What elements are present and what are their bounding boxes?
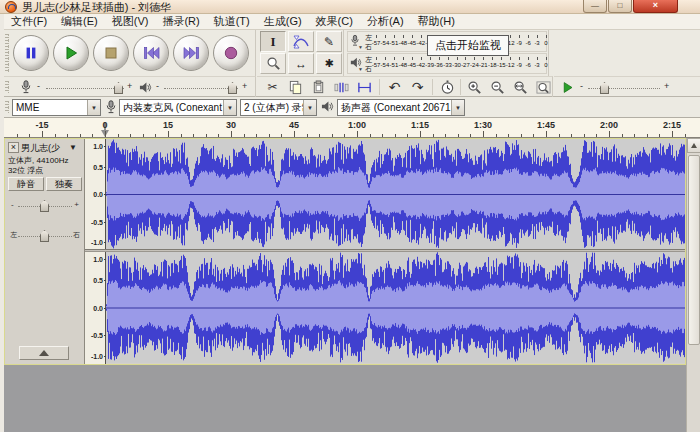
play-button[interactable] (53, 35, 89, 71)
audio-host-select[interactable]: MME ▼ (12, 99, 101, 116)
toolbar-grip[interactable] (5, 34, 9, 72)
fit-selection-button[interactable] (510, 78, 531, 96)
ruler-tick (634, 134, 635, 137)
output-volume-slider[interactable] (164, 88, 238, 89)
meter-tick (394, 35, 395, 38)
meter-tick (403, 35, 404, 38)
toolbar-separator (460, 79, 461, 95)
ruler-tick (672, 131, 673, 137)
skip-to-start-button[interactable] (133, 35, 169, 71)
undo-button[interactable]: ↶ (384, 78, 405, 96)
menu-item-6[interactable]: 效果(C) (309, 14, 360, 29)
ruler-tick (269, 134, 270, 137)
skip-end-icon (183, 45, 200, 61)
title-bar[interactable]: 男儿志(少林足球插曲) - 刘德华 — □ × (0, 0, 700, 14)
toolbar-grip[interactable] (5, 81, 9, 93)
timeline-ruler[interactable]: -1501530451:001:151:301:452:002:15 (4, 118, 700, 138)
pan-slider-thumb[interactable] (40, 230, 49, 242)
input-volume-slider[interactable] (46, 88, 124, 89)
ruler-label: 1:30 (474, 120, 492, 130)
envelope-tool-button[interactable] (288, 31, 314, 52)
zoom-tool-button[interactable] (260, 53, 286, 74)
menu-item-0[interactable]: 文件(F) (4, 14, 54, 29)
track-collapse-button[interactable] (19, 346, 69, 360)
meter-tick (376, 35, 377, 38)
menu-item-7[interactable]: 分析(A) (360, 14, 411, 29)
ruler-tick (521, 134, 522, 137)
speed-thumb[interactable] (600, 82, 609, 94)
cut-button[interactable]: ✂ (262, 78, 283, 96)
playback-meter[interactable]: ▼ 左右 -57-54-51-48-45-42-39-36-33-30-27-2… (347, 53, 547, 74)
stop-button[interactable] (93, 35, 129, 71)
input-channels-select[interactable]: 2 (立体声) 录制 ▼ (240, 99, 317, 116)
meter-tick (394, 57, 395, 60)
amp-label: 1.0 (93, 256, 103, 263)
input-volume-thumb[interactable] (114, 82, 123, 94)
transport-toolbar (4, 30, 256, 76)
track-format-line2: 32位 浮点 (8, 165, 43, 176)
track-menu-dropdown-icon[interactable]: ▼ (69, 143, 77, 152)
menu-item-5[interactable]: 生成(G) (257, 14, 309, 29)
gain-slider-thumb[interactable] (40, 200, 49, 212)
ruler-tick (370, 134, 371, 137)
paste-button[interactable] (308, 78, 329, 96)
ruler-tick (395, 134, 396, 137)
window-title: 男儿志(少林足球插曲) - 刘德华 (22, 0, 171, 14)
ruler-tick (105, 131, 106, 137)
meter-tick (421, 57, 422, 60)
ruler-tick (206, 134, 207, 137)
minimize-button[interactable]: — (583, 0, 607, 13)
ruler-tick (294, 131, 295, 137)
selection-tool-button[interactable]: I (260, 31, 286, 52)
output-volume-thumb[interactable] (228, 82, 237, 94)
trim-outside-selection-button[interactable] (331, 78, 352, 96)
speed-slider[interactable] (588, 88, 660, 89)
toolbar-grip[interactable] (5, 101, 9, 113)
zoom-in-button[interactable] (464, 78, 485, 96)
fit-project-button[interactable] (533, 78, 554, 96)
zoom-out-button[interactable] (487, 78, 508, 96)
output-device-select[interactable]: 扬声器 (Conexant 20671 S ▼ (337, 99, 465, 116)
track-close-button[interactable]: × (8, 142, 19, 153)
pause-button[interactable] (13, 35, 49, 71)
zoom-out-icon (490, 80, 505, 95)
scrollbar-thumb[interactable] (688, 155, 700, 345)
timeshift-tool-button[interactable]: ↔ (288, 53, 314, 74)
track-pan-slider[interactable]: 左 右 (9, 227, 81, 243)
redo-button[interactable]: ↷ (407, 78, 428, 96)
menu-item-2[interactable]: 视图(V) (105, 14, 156, 29)
close-button[interactable]: × (633, 0, 678, 13)
meter-dropdown-icon[interactable]: ▼ (358, 66, 363, 72)
multi-tool-button[interactable]: ✱ (316, 53, 342, 74)
record-button[interactable] (213, 35, 249, 71)
waveform-channel-left[interactable] (106, 139, 685, 249)
mute-button[interactable]: 静音 (8, 177, 44, 191)
meter-tick (537, 57, 538, 60)
meter-tick (528, 35, 529, 38)
fit-selection-icon (513, 80, 528, 95)
play-at-speed-button[interactable] (558, 79, 576, 96)
maximize-button[interactable]: □ (608, 0, 632, 13)
vertical-scrollbar[interactable] (686, 138, 700, 432)
input-volume-min-label: - (37, 81, 40, 91)
sync-lock-button[interactable] (437, 78, 458, 96)
monitoring-tooltip[interactable]: 点击开始监视 (427, 35, 509, 56)
skip-to-end-button[interactable] (173, 35, 209, 71)
input-device-select[interactable]: 内装麦克风 (Conexant 206 ▼ (119, 99, 237, 116)
copy-button[interactable] (285, 78, 306, 96)
track-name[interactable]: 男儿志(少 (21, 142, 67, 155)
menu-item-8[interactable]: 帮助(H) (411, 14, 462, 29)
meter-dropdown-icon[interactable]: ▼ (358, 44, 363, 50)
ruler-tick (256, 134, 257, 137)
menu-item-4[interactable]: 轨道(T) (207, 14, 257, 29)
waveform-channel-right[interactable] (106, 252, 685, 363)
scroll-up-button[interactable] (687, 138, 700, 153)
ruler-tick (357, 131, 358, 137)
draw-tool-button[interactable]: ✎ (316, 31, 342, 52)
track-gain-slider[interactable]: - + (9, 197, 81, 213)
menu-item-1[interactable]: 编辑(E) (54, 14, 105, 29)
meter-tick (448, 57, 449, 60)
solo-button[interactable]: 独奏 (46, 177, 82, 191)
silence-selection-button[interactable] (354, 78, 375, 96)
menu-item-3[interactable]: 播录(R) (155, 14, 206, 29)
